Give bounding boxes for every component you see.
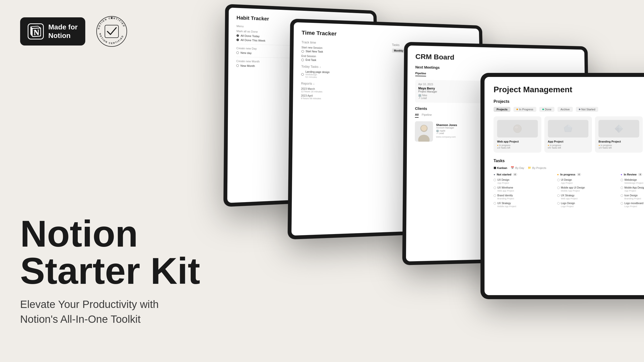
svg-point-9 xyxy=(515,126,518,128)
view-kanban[interactable]: ▦ Kanban xyxy=(494,166,507,169)
next-meetings-label: Next Meetings xyxy=(415,65,578,72)
task-name-ux-strategy: UX Strategy xyxy=(494,202,554,205)
task-circle xyxy=(621,179,623,181)
task-circle xyxy=(494,194,496,197)
task-project: App Project xyxy=(561,182,617,184)
kanban-col-in-progress: ● In progress 4 UI Design App Project Mo… xyxy=(557,173,617,210)
kanban-grid: ● Not started 4 UX Design App Project UX… xyxy=(494,173,644,210)
certified-badge-svg: NOTION CERTIFIED NOTION CERTIFIED xyxy=(95,15,128,48)
task-project: Logo Project xyxy=(561,205,617,208)
kanban-task: Mobile App Design App Project xyxy=(621,186,644,192)
task-item[interactable]: Landing page design Webdesign 52 minutes xyxy=(301,70,387,80)
devices-section: Habit Tracker Menu Mark all as Done All … xyxy=(216,0,644,362)
svg-point-7 xyxy=(421,125,427,131)
person-icon xyxy=(416,123,432,142)
prism-icon xyxy=(563,124,573,134)
client-avatar xyxy=(415,121,433,142)
kanban-count-in-review: 4 xyxy=(638,173,642,176)
habit-check-icon xyxy=(236,38,239,41)
task-circle xyxy=(557,179,560,181)
task-circle xyxy=(557,202,560,205)
task-circle xyxy=(494,202,496,205)
client-name: Shannon Jones xyxy=(436,123,457,127)
filter-projects[interactable]: Projects xyxy=(494,107,510,112)
client-website: www.company.com xyxy=(436,135,457,138)
project-card-webapp[interactable]: Web app Project ● In progress1/3 Tasks l… xyxy=(494,116,541,153)
kanban-task: UX Wireframe Web app Project xyxy=(494,186,554,192)
habit-check-icon xyxy=(236,34,239,37)
kanban-task: Icon Design Branding Project xyxy=(621,194,644,200)
track-time-label: Track time xyxy=(301,40,387,47)
kanban-task: UI Design App Project xyxy=(557,178,617,184)
today-tasks-label: Today Tasks ↓ xyxy=(301,65,387,70)
task-duration: 52 minutes xyxy=(305,76,330,79)
project-branding-name: Branding Project xyxy=(598,140,639,143)
task-name-logo-design: Logo Design xyxy=(557,202,617,205)
filter-not-started[interactable]: Not Started xyxy=(576,107,598,112)
pm-screen: Project Management Projects Projects In … xyxy=(485,77,644,295)
filter-done[interactable]: Done xyxy=(539,107,554,112)
task-circle xyxy=(494,179,496,181)
kanban-task: Webdesign Webdesign Project xyxy=(621,178,644,184)
client-role: Account Manager xyxy=(436,126,457,129)
task-name-mobile-app-design: Mobile App Design xyxy=(621,186,644,189)
task-project: Web app Project xyxy=(497,190,554,192)
report-april: 2023 April 9 hours 09 minutes xyxy=(301,94,387,101)
task-name-ui-design: UI Design xyxy=(557,178,617,181)
task-project: App Project xyxy=(624,190,644,192)
kanban-col-header-not-started: ● Not started 4 xyxy=(494,173,554,176)
filter-archive[interactable]: Archive xyxy=(557,107,573,112)
project-webapp-status: ● In progress1/3 Tasks left xyxy=(497,144,538,149)
notion-icon-box xyxy=(28,23,44,39)
task-project: Webdesign Project xyxy=(624,182,644,184)
project-branding-status: ● In progress1/3 Tasks left xyxy=(598,144,639,149)
kanban-task: UX Design App Project xyxy=(494,178,554,184)
view-by-day[interactable]: 📅 By Day xyxy=(511,166,524,169)
diamond-icon xyxy=(614,124,624,134)
filter-row: Projects In Progress Done Archive xyxy=(494,107,644,112)
project-card-app[interactable]: App Project ● In progress0/5 Tasks left xyxy=(544,116,592,153)
task-name-ux-design: UX Design xyxy=(494,178,554,181)
hero-subtitle: Elevate Your Productivity withNotion's A… xyxy=(20,297,201,327)
kanban-col-header-in-progress: ● In progress 4 xyxy=(557,173,617,176)
tab-all[interactable]: All xyxy=(415,113,419,118)
tab-pipeline[interactable]: Pipeline xyxy=(422,113,432,118)
report-march: 2023 March 12 hours 16 minutes xyxy=(301,87,387,94)
notion-badge-text: Made for Notion xyxy=(48,23,78,40)
project-card-img-app xyxy=(548,120,589,138)
left-section: Made for Notion NOTION CERTIFIED NOTION … xyxy=(0,0,226,362)
hero-title: Notion Starter Kit xyxy=(20,215,206,290)
kanban-count-in-progress: 4 xyxy=(577,173,581,176)
task-name-icon-design: Icon Design xyxy=(621,194,644,197)
session-circle xyxy=(301,59,304,61)
kanban-task: UX Strategy Mobile App Project xyxy=(494,202,554,208)
task-circle xyxy=(557,194,560,197)
project-card-branding[interactable]: Branding Project ● In progress1/3 Tasks … xyxy=(595,116,643,153)
task-project: Web app Project xyxy=(561,197,617,200)
reports-label: Reports ↓ xyxy=(301,82,387,86)
notion-badge: Made for Notion xyxy=(20,17,85,45)
svg-point-8 xyxy=(513,125,521,133)
project-app-status: ● In progress0/5 Tasks left xyxy=(548,144,589,149)
task-name-logo-moodboard: Logo moodboard xyxy=(621,202,644,205)
task-project: App Project xyxy=(497,182,554,184)
task-circle xyxy=(494,187,496,189)
project-card-img-webapp xyxy=(497,120,538,138)
kanban-col-in-review: ● In Review 4 Webdesign Webdesign Projec… xyxy=(621,173,644,210)
view-by-projects[interactable]: 📁 By Projects xyxy=(528,166,546,169)
task-project: Branding Project xyxy=(624,197,644,200)
task-circle xyxy=(621,202,623,205)
kanban-task: UX Strategy Web app Project xyxy=(557,194,617,200)
done-dot xyxy=(542,109,544,110)
client-type: ↗ Lead xyxy=(436,132,457,134)
sphere-icon xyxy=(512,124,522,134)
task-name-webdesign: Webdesign xyxy=(621,178,644,181)
tasks-view-row: ▦ Kanban 📅 By Day 📁 By Projects xyxy=(494,166,644,169)
kanban-task: Brand Identity Branding Project xyxy=(494,194,554,200)
client-info: Shannon Jones Account Manager 🏢 Apple ↗ … xyxy=(436,123,457,138)
certified-badge: NOTION CERTIFIED NOTION CERTIFIED xyxy=(95,15,128,48)
filter-in-progress[interactable]: In Progress xyxy=(513,107,536,112)
task-name-brand-identity: Brand Identity xyxy=(494,194,554,197)
crm-title: CRM Board xyxy=(415,53,577,64)
pipeline-tab[interactable]: Pipeline xyxy=(415,72,426,76)
